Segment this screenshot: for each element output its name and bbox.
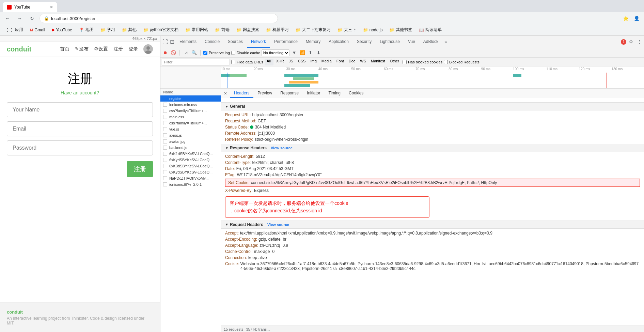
address-bar[interactable]: 🔒 localhost:3000/register [40,14,278,23]
tab-lighthouse[interactable]: Lighthouse [376,36,404,48]
tab-cookies[interactable]: Cookies [345,89,367,98]
have-account-link[interactable]: Have an account? [61,90,99,95]
throttle-select[interactable]: No throttling [262,49,289,56]
email-input[interactable] [7,121,153,136]
tab-initiator[interactable]: Initiator [303,89,324,98]
settings-icon[interactable]: ⚙ [628,39,634,45]
bookmark-study[interactable]: 📁 学习 [98,26,118,33]
tab-elements[interactable]: Elements [175,36,201,48]
close-detail-btn[interactable]: ✕ [221,89,230,98]
bookmark-apps[interactable]: ⋮⋮ 应用 [3,26,26,33]
blocked-requests-input[interactable] [444,60,448,64]
bookmark-other[interactable]: 📁 其他 [119,26,139,33]
back-button[interactable]: ← [3,14,12,23]
nav-login[interactable]: 登录 [128,46,138,52]
general-section-header[interactable]: ▼ General [221,102,644,110]
bookmark-other-bookmarks[interactable]: 📁 其他书签 [387,26,415,33]
filter-all[interactable]: All [265,59,273,65]
file-item-font2[interactable]: 6xKydSBYKcSV-LCoeQ... [160,157,221,163]
search-btn[interactable]: 🔍 [191,49,198,56]
disable-cache-input[interactable] [231,51,235,55]
file-item-ionicons-css[interactable]: ionicons.min.css [160,102,221,108]
more-tabs-btn[interactable]: » [442,39,449,45]
devtools-undock-btn[interactable]: ⊡ [169,39,175,45]
tab-sources[interactable]: Sources [224,36,247,48]
file-item-register[interactable]: register [160,95,221,102]
hide-data-urls-checkbox[interactable]: Hide data URLs [231,60,263,64]
filter-ws[interactable]: WS [358,59,368,65]
filter-css[interactable]: CSS [296,59,308,65]
tab-security[interactable]: Security [353,36,376,48]
nav-settings[interactable]: ⚙设置 [94,46,108,52]
file-item-font4[interactable]: 6xKydSBYKcSV-LCoeQ... [160,169,221,175]
clear-btn[interactable]: 🚫 [170,49,177,56]
response-headers-section[interactable]: ▼ Response Headers View source [221,144,644,152]
file-item-font1[interactable]: 6xK1dSBYKcSV-LCoeQ... [160,151,221,157]
nav-home[interactable]: 首页 [60,46,69,52]
bookmark-junior[interactable]: 📁 大三下 [335,26,359,33]
tab-response[interactable]: Response [276,89,303,98]
has-blocked-cookies-checkbox[interactable]: Has blocked cookies [403,60,442,64]
file-item-backend[interactable]: backend.js [160,145,221,151]
bookmark-maps[interactable]: 📍 地图 [76,26,96,33]
tab-timing[interactable]: Timing [324,89,345,98]
preserve-log-checkbox[interactable]: Preserve log [203,51,230,55]
bookmark-common[interactable]: 📁 常用网站 [183,26,211,33]
extensions-icon[interactable]: ⭐ [621,14,630,23]
preserve-log-input[interactable] [203,51,207,55]
file-item-font3[interactable]: 6xK3dSBYKcSV-LCoeQ... [160,163,221,169]
forward-button[interactable]: → [15,14,25,23]
tab-headers[interactable]: Headers [230,89,253,98]
bookmark-reading[interactable]: 📖 阅读清单 [416,26,444,33]
reload-button[interactable]: ↻ [27,14,37,23]
submit-button[interactable]: 注册 [127,161,153,177]
filter-font[interactable]: Font [334,59,346,65]
profile-icon[interactable]: 👤 [632,14,641,23]
filter-xhr[interactable]: XHR [274,59,286,65]
tab-memory[interactable]: Memory [302,36,325,48]
password-input[interactable] [7,140,153,155]
file-item-css2[interactable]: css?family=Titillium+... [160,120,221,126]
tab-adblock[interactable]: AdBlock [419,36,442,48]
close-devtools-btn[interactable]: ⋮ [636,39,643,45]
filter-manifest[interactable]: Manifest [369,59,387,65]
throttle-icon[interactable]: ▼ [291,49,298,56]
filter-icon[interactable]: ⊿ [183,49,189,56]
devtools-dock-btn[interactable]: ⛶ [162,39,169,45]
tab-application[interactable]: Application [325,36,353,48]
tab-network[interactable]: Network [247,36,270,48]
nav-register[interactable]: 注册 [113,46,123,52]
file-item-napdcz[interactable]: NaPDcZTIAOhVxoMy... [160,175,221,181]
file-item-vuejs[interactable]: vue.js [160,126,221,132]
online-icon[interactable]: 📶 [299,49,306,56]
filter-doc[interactable]: Doc [347,59,358,65]
request-headers-section[interactable]: ▼ Request Headers View source [221,221,644,229]
file-item-avatar[interactable]: avatar.jpg [160,138,221,145]
disable-cache-checkbox[interactable]: Disable cache [231,51,260,55]
bookmark-nodejs[interactable]: 📁 node.js [360,27,386,33]
export-har-btn[interactable]: ⬇ [315,49,322,56]
tab-close-btn[interactable]: ✕ [50,5,53,10]
filter-input[interactable] [162,59,230,65]
blocked-requests-checkbox[interactable]: Blocked Requests [444,60,480,64]
import-har-btn[interactable]: ⬆ [307,49,314,56]
file-item-axiosjs[interactable]: axios.js [160,132,221,138]
file-item-css1[interactable]: css?family=Titillium+... [160,108,221,114]
tab-performance[interactable]: Performance [270,36,302,48]
filter-other[interactable]: Other [388,59,402,65]
bookmark-ml[interactable]: 📁 机器学习 [263,26,292,33]
bookmark-exam[interactable]: 📁 大二下期末复习 [293,26,333,33]
hide-data-urls-input[interactable] [231,60,235,64]
browser-tab[interactable]: YouTube ✕ [3,2,57,12]
filter-js[interactable]: JS [287,59,295,65]
file-item-main-css[interactable]: main.css [160,114,221,120]
has-blocked-cookies-input[interactable] [403,60,407,64]
bookmark-netdisk[interactable]: 📁 网盘搜索 [234,26,262,33]
bookmark-youtube[interactable]: ▶ YouTube [49,27,75,33]
filter-img[interactable]: Img [308,59,318,65]
bookmark-gmail[interactable]: M Gmail [27,27,48,33]
file-item-ionicons-ttf[interactable]: ionicons.ttf?v=2.0.1 [160,181,221,187]
bookmark-python[interactable]: 📁 python官方文档 [141,26,181,33]
record-btn[interactable]: ⏺ [162,49,169,56]
tab-console[interactable]: Console [201,36,224,48]
